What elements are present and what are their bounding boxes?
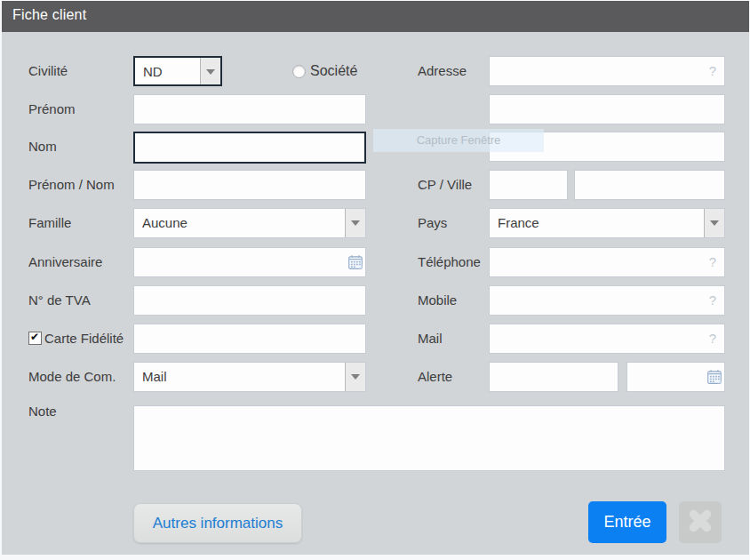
mail-input[interactable]: ? [489, 324, 725, 354]
chevron-down-icon [704, 209, 724, 237]
mobile-label: Mobile [418, 285, 457, 316]
carte-fidelite-input[interactable] [133, 324, 366, 354]
tva-input[interactable] [133, 285, 366, 316]
calendar-icon[interactable] [347, 254, 363, 270]
entree-button[interactable]: Entrée [588, 501, 666, 543]
anniversaire-label: Anniversaire [28, 247, 102, 277]
help-question-icon: ? [709, 286, 716, 315]
capture-tooltip-overlay: Capture Fenêtre [373, 129, 544, 152]
alerte-text-input[interactable] [489, 362, 618, 392]
civilite-value: ND [143, 58, 163, 86]
adresse-label: Adresse [418, 56, 467, 86]
mobile-input[interactable]: ? [489, 285, 725, 316]
title-bar: Fiche client [2, 1, 749, 32]
adresse-input-2[interactable] [489, 94, 725, 124]
note-label: Note [28, 396, 57, 427]
telephone-label: Téléphone [418, 247, 481, 277]
adresse-input-1[interactable]: ? [489, 56, 725, 86]
famille-select[interactable]: Aucune [133, 208, 366, 238]
nom-input[interactable] [133, 132, 366, 164]
anniversaire-input[interactable] [133, 247, 366, 277]
prenom-input[interactable] [133, 94, 366, 124]
tva-label: N° de TVA [28, 285, 91, 316]
telephone-input[interactable]: ? [489, 247, 725, 277]
prenom-nom-label: Prénom / Nom [28, 170, 115, 200]
alerte-label: Alerte [418, 362, 452, 392]
help-question-icon: ? [709, 324, 716, 353]
civilite-select[interactable]: ND [133, 56, 222, 86]
chevron-down-icon [345, 209, 365, 237]
cp-input[interactable] [489, 170, 568, 200]
cp-ville-label: CP / Ville [418, 170, 472, 200]
famille-value: Aucune [142, 209, 188, 237]
chevron-down-icon [200, 58, 220, 84]
fiche-client-dialog: Fiche client Civilité ND Société Prénom … [2, 1, 749, 555]
pays-label: Pays [418, 208, 447, 238]
help-question-icon: ? [709, 248, 716, 276]
famille-label: Famille [28, 208, 71, 238]
mode-com-value: Mail [142, 363, 167, 391]
close-icon [686, 524, 714, 538]
prenom-nom-input[interactable] [133, 170, 366, 200]
pays-value: France [498, 209, 539, 237]
civilite-label: Civilité [28, 56, 68, 86]
nom-label: Nom [28, 132, 57, 162]
note-textarea[interactable] [133, 405, 725, 471]
alerte-date-input[interactable] [626, 362, 725, 392]
dialog-title: Fiche client [12, 7, 86, 23]
societe-radio[interactable] [292, 65, 306, 78]
capture-tooltip-label: Capture Fenêtre [373, 129, 544, 151]
close-button[interactable] [679, 501, 722, 543]
pays-select[interactable]: France [489, 208, 725, 238]
carte-fidelite-checkbox[interactable]: ✔ [28, 332, 42, 345]
calendar-icon[interactable] [706, 369, 722, 385]
societe-label: Société [310, 56, 357, 86]
mode-com-label: Mode de Com. [28, 362, 116, 392]
screen: Fiche client Civilité ND Société Prénom … [0, 0, 750, 560]
help-question-icon: ? [709, 57, 716, 85]
prenom-label: Prénom [28, 94, 76, 124]
autres-informations-button[interactable]: Autres informations [133, 503, 302, 543]
mode-com-select[interactable]: Mail [133, 362, 366, 392]
check-icon: ✔ [30, 330, 39, 344]
mail-label: Mail [418, 324, 443, 354]
ville-input[interactable] [574, 170, 725, 200]
carte-fidelite-label: Carte Fidélité [44, 324, 124, 354]
chevron-down-icon [345, 363, 365, 391]
